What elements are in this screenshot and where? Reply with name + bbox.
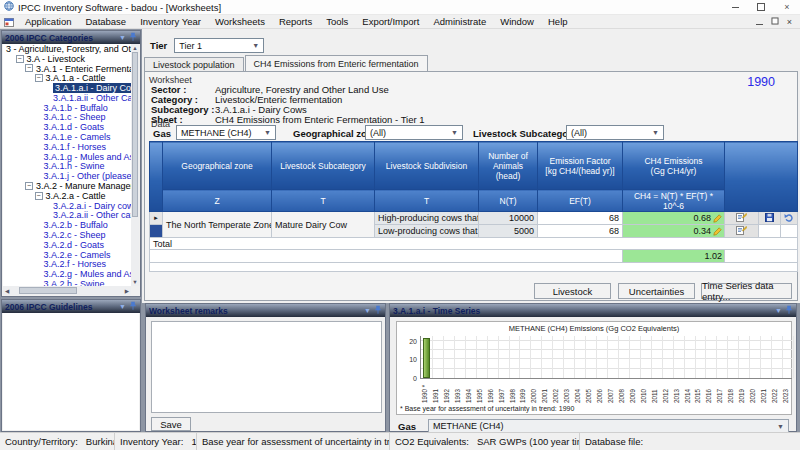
tree-item[interactable]: 3.A.2.c - Sheep: [3, 230, 131, 240]
pin-icon[interactable]: [129, 32, 137, 43]
tree-vertical-scrollbar[interactable]: ▲ ▼: [131, 44, 139, 286]
mdi-close-button[interactable]: ×: [787, 17, 792, 27]
tree-item[interactable]: −3.A.2.a - Cattle: [3, 191, 131, 201]
tier-select[interactable]: Tier 1 ▼: [174, 38, 264, 53]
subdivision-cell[interactable]: High-producing cows that hav...: [375, 212, 479, 225]
tree-item[interactable]: 3 - Agriculture, Forestry, and Other Lan…: [3, 44, 131, 54]
pin-icon[interactable]: [374, 305, 382, 316]
x-tick-label: 2007: [606, 380, 617, 403]
subcategory-cell[interactable]: Mature Dairy Cow: [272, 212, 375, 238]
tree-item[interactable]: 3.A.1.j - Other (please specif: [3, 171, 131, 181]
pin-icon[interactable]: [785, 305, 793, 316]
tree-item[interactable]: 3.A.1.g - Mules and Asses: [3, 152, 131, 162]
subdivision-cell[interactable]: Low-producing cows that hav...: [375, 225, 479, 238]
tree-item[interactable]: 3.A.1.h - Swine: [3, 162, 131, 172]
zone-cell[interactable]: The North Temperate Zone: [163, 212, 272, 238]
save-button[interactable]: Save: [151, 417, 191, 431]
tree-item[interactable]: 3.A.2.a.i - Dairy cows: [3, 201, 131, 211]
tree-expander-icon[interactable]: −: [25, 64, 33, 72]
chevron-down-icon[interactable]: ▼: [364, 307, 371, 314]
tree-item[interactable]: −3.A.1 - Enteric Fermentation: [3, 64, 131, 74]
zone-filter-select[interactable]: (All)▼: [365, 125, 463, 140]
menu-application[interactable]: Application: [18, 16, 78, 27]
tree-item[interactable]: 3.A.2.b - Buffalo: [3, 220, 131, 230]
gas-select[interactable]: METHANE (CH4) ▼: [428, 419, 789, 433]
tree-expander-icon[interactable]: −: [35, 74, 43, 82]
gridline: [574, 336, 575, 378]
pin-icon[interactable]: [129, 301, 137, 312]
total-label: Total: [150, 238, 798, 250]
tab-ch4-emissions[interactable]: CH4 Emissions from Enteric fermentation: [245, 55, 428, 71]
x-tick-label: 2015: [693, 380, 704, 403]
status-co2-equivalents: CO2 Equivalents:SAR GWPs (100 year time …: [390, 433, 580, 450]
edit-notes-button[interactable]: [725, 225, 759, 238]
tree-item[interactable]: 3.A.1.b - Buffalo: [3, 103, 131, 113]
close-button[interactable]: ×: [774, 0, 800, 14]
emission-factor-cell[interactable]: 68: [538, 212, 623, 225]
menu-bar: ApplicationDatabaseInventory YearWorkshe…: [0, 15, 800, 29]
tree-item[interactable]: 3.A.2.h - Swine: [3, 279, 131, 286]
undo-row-button[interactable]: [781, 212, 798, 225]
menu-help[interactable]: Help: [541, 16, 575, 27]
minimize-button[interactable]: [722, 0, 748, 14]
tree-expander-icon[interactable]: −: [25, 182, 33, 190]
chevron-down-icon[interactable]: ▼: [775, 307, 782, 314]
row-selector[interactable]: [150, 225, 163, 238]
tree-horizontal-scrollbar[interactable]: ◀ ▶: [3, 286, 131, 295]
tree-item[interactable]: 3.A.1.e - Camels: [3, 132, 131, 142]
row-selector[interactable]: ►: [150, 212, 163, 225]
gas-filter-select[interactable]: METHANE (CH4)▼: [176, 125, 276, 140]
tree-expander-icon[interactable]: −: [16, 55, 24, 63]
livestock-button[interactable]: Livestock: [534, 283, 611, 299]
menu-administrate[interactable]: Administrate: [426, 16, 493, 27]
tree-item[interactable]: 3.A.1.f - Horses: [3, 142, 131, 152]
emission-factor-cell[interactable]: 68: [538, 225, 623, 238]
save-row-button[interactable]: [759, 212, 781, 225]
tree-item[interactable]: 3.A.1.a.ii - Other Cattle: [3, 93, 131, 103]
restore-button[interactable]: [748, 0, 774, 14]
chart-y-axis-labels: 01020: [399, 336, 419, 379]
scroll-up-icon[interactable]: ▲: [131, 44, 139, 52]
var-header-t2: T: [375, 190, 479, 212]
tree-item[interactable]: 3.A.2.d - Goats: [3, 240, 131, 250]
menu-export-import[interactable]: Export/Import: [355, 16, 426, 27]
scroll-right-icon[interactable]: ▶: [125, 288, 131, 294]
x-tick-label: 2000: [529, 380, 540, 403]
tree-expander-icon[interactable]: −: [35, 192, 43, 200]
gridline: [716, 336, 717, 378]
tree-item[interactable]: −3.A.2 - Manure Management: [3, 181, 131, 191]
tree-item[interactable]: 3.A.2.e - Camels: [3, 250, 131, 260]
menu-tools[interactable]: Tools: [319, 16, 355, 27]
tree-item[interactable]: 3.A.1.a.i - Dairy Cows: [3, 83, 131, 93]
menu-inventory-year[interactable]: Inventory Year: [133, 16, 208, 27]
subcategory-filter-select[interactable]: (All)▼: [566, 125, 664, 140]
mdi-minimize-button[interactable]: [756, 17, 763, 27]
tree-item[interactable]: 3.A.2.g - Mules and Asses: [3, 269, 131, 279]
menu-worksheets[interactable]: Worksheets: [208, 16, 272, 27]
time-series-data-entry-button[interactable]: Time Series data entry...: [701, 283, 792, 299]
chevron-down-icon[interactable]: ▼: [119, 34, 126, 41]
scroll-thumb[interactable]: [132, 52, 138, 217]
tree-item[interactable]: 3.A.2.f - Horses: [3, 260, 131, 270]
menu-database[interactable]: Database: [78, 16, 133, 27]
x-tick-label: 1994: [464, 380, 475, 403]
tree-item[interactable]: 3.A.2.a.ii - Other cattle: [3, 211, 131, 221]
tree-item[interactable]: 3.A.1.c - Sheep: [3, 113, 131, 123]
animals-cell[interactable]: 10000: [479, 212, 538, 225]
edit-notes-button[interactable]: [725, 212, 759, 225]
menu-reports[interactable]: Reports: [272, 16, 319, 27]
tree-item[interactable]: −3.A.1.a - Cattle: [3, 73, 131, 83]
chevron-down-icon[interactable]: ▼: [119, 303, 126, 310]
tree-item[interactable]: 3.A.1.d - Goats: [3, 122, 131, 132]
empty-cell: [781, 225, 798, 238]
uncertainties-button[interactable]: Uncertainties: [618, 283, 695, 299]
mdi-restore-button[interactable]: [771, 17, 779, 27]
scroll-left-icon[interactable]: ◀: [3, 288, 9, 294]
remarks-textarea[interactable]: [151, 321, 382, 413]
tree-item[interactable]: −3.A - Livestock: [3, 54, 131, 64]
animals-cell[interactable]: 5000: [479, 225, 538, 238]
scroll-thumb[interactable]: [19, 287, 77, 294]
tab-livestock-population[interactable]: Livestock population: [144, 57, 244, 71]
menu-window[interactable]: Window: [493, 16, 541, 27]
scroll-down-icon[interactable]: ▼: [131, 278, 139, 286]
